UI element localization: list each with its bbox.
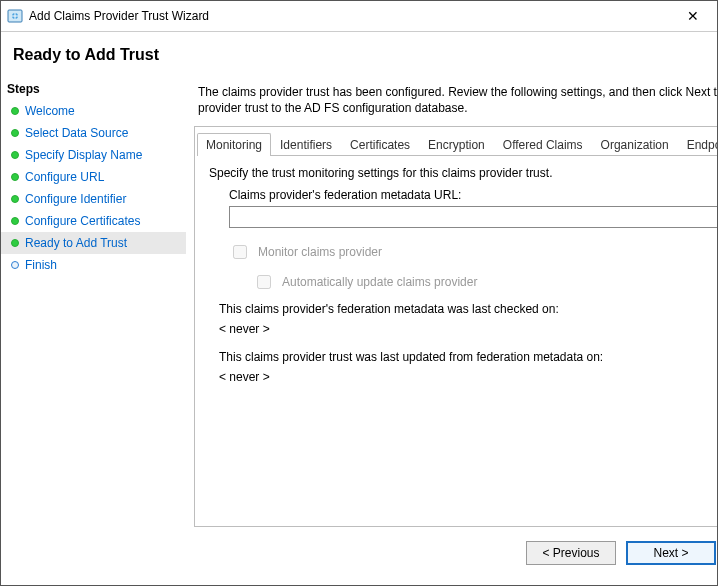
step-label: Configure URL [25, 170, 104, 184]
page-title: Ready to Add Trust [13, 46, 705, 64]
step-bullet-icon [11, 217, 19, 225]
previous-button[interactable]: < Previous [526, 541, 616, 565]
tab-identifiers[interactable]: Identifiers [271, 133, 341, 156]
step-label: Finish [25, 258, 57, 272]
tab-encryption[interactable]: Encryption [419, 133, 494, 156]
page-header: Ready to Add Trust [1, 32, 717, 80]
close-icon[interactable]: ✕ [673, 1, 713, 31]
monitor-provider-checkbox: Monitor claims provider [229, 242, 717, 262]
tab-certificates[interactable]: Certificates [341, 133, 419, 156]
step-bullet-icon [11, 239, 19, 247]
monitor-provider-label: Monitor claims provider [258, 245, 382, 259]
metadata-url-label: Claims provider's federation metadata UR… [229, 188, 717, 202]
step-specify-display-name[interactable]: Specify Display Name [1, 144, 186, 166]
step-label: Welcome [25, 104, 75, 118]
step-label: Select Data Source [25, 126, 128, 140]
step-welcome[interactable]: Welcome [1, 100, 186, 122]
tab-organization[interactable]: Organization [592, 133, 678, 156]
monitor-provider-checkbox-input [233, 245, 247, 259]
auto-update-label: Automatically update claims provider [282, 275, 477, 289]
step-configure-url[interactable]: Configure URL [1, 166, 186, 188]
step-bullet-icon [11, 151, 19, 159]
step-bullet-icon [11, 107, 19, 115]
tab-content-monitoring: Specify the trust monitoring settings fo… [195, 156, 717, 526]
titlebar: Add Claims Provider Trust Wizard ✕ [1, 1, 717, 32]
step-label: Ready to Add Trust [25, 236, 127, 250]
auto-update-checkbox-input [257, 275, 271, 289]
last-checked-label: This claims provider's federation metada… [219, 302, 717, 316]
wizard-main: The claims provider trust has been confi… [186, 80, 717, 585]
last-updated-value: < never > [219, 370, 717, 384]
window-title: Add Claims Provider Trust Wizard [29, 9, 673, 23]
steps-heading: Steps [1, 80, 186, 100]
app-icon [7, 8, 23, 24]
step-configure-certificates[interactable]: Configure Certificates [1, 210, 186, 232]
step-label: Configure Certificates [25, 214, 140, 228]
wizard-body: Steps Welcome Select Data Source Specify… [1, 80, 717, 585]
steps-sidebar: Steps Welcome Select Data Source Specify… [1, 80, 186, 585]
step-label: Specify Display Name [25, 148, 142, 162]
wizard-window: Add Claims Provider Trust Wizard ✕ Ready… [0, 0, 718, 586]
tab-offered-claims[interactable]: Offered Claims [494, 133, 592, 156]
tab-endpoints[interactable]: Endpoints [678, 133, 717, 156]
step-ready-to-add-trust[interactable]: Ready to Add Trust [1, 232, 186, 254]
tab-panel: Monitoring Identifiers Certificates Encr… [194, 126, 717, 527]
step-bullet-icon [11, 173, 19, 181]
auto-update-checkbox: Automatically update claims provider [253, 272, 717, 292]
tab-monitoring[interactable]: Monitoring [197, 133, 271, 156]
last-updated-label: This claims provider trust was last upda… [219, 350, 717, 364]
step-configure-identifier[interactable]: Configure Identifier [1, 188, 186, 210]
step-bullet-icon [11, 129, 19, 137]
metadata-url-field-wrap [229, 206, 717, 228]
wizard-footer: < Previous Next > Cancel [194, 527, 717, 585]
step-label: Configure Identifier [25, 192, 126, 206]
intro-text: The claims provider trust has been confi… [194, 80, 717, 126]
metadata-url-input[interactable] [229, 206, 717, 228]
step-finish[interactable]: Finish [1, 254, 186, 276]
tab-strip: Monitoring Identifiers Certificates Encr… [195, 127, 717, 155]
step-bullet-icon [11, 261, 19, 269]
next-button[interactable]: Next > [626, 541, 716, 565]
step-select-data-source[interactable]: Select Data Source [1, 122, 186, 144]
monitoring-description: Specify the trust monitoring settings fo… [209, 166, 717, 180]
last-checked-value: < never > [219, 322, 717, 336]
step-bullet-icon [11, 195, 19, 203]
